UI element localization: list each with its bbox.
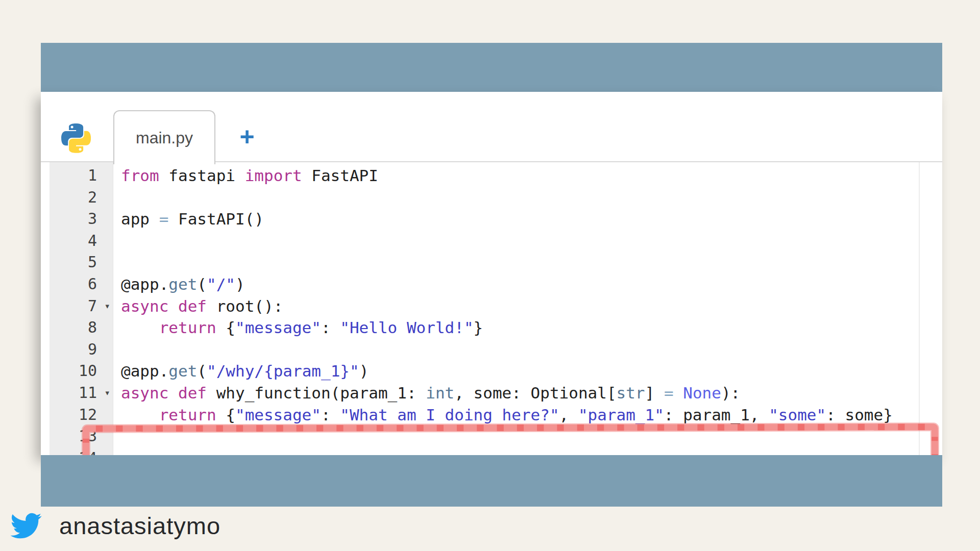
bottom-banner (41, 455, 942, 507)
twitter-bird-icon (7, 510, 45, 541)
chevron-down-icon[interactable]: ▾ (105, 301, 110, 311)
footer-credit: anastasiatymo (7, 510, 220, 541)
code-line[interactable] (113, 187, 942, 209)
code-line[interactable] (113, 230, 942, 252)
code-line[interactable] (113, 339, 942, 361)
tab-bar: main.py + (41, 92, 942, 162)
editor-window: main.py + 1234567▾891011▾121314 from fas… (41, 92, 942, 455)
line-number: 2 (50, 187, 113, 209)
line-number: 12 (50, 404, 113, 426)
line-number: 3 (50, 208, 113, 230)
tab-label: main.py (136, 129, 193, 147)
code-line[interactable] (113, 252, 942, 273)
code-pane[interactable]: from fastapi import FastAPIapp = FastAPI… (113, 162, 942, 455)
code-line[interactable]: @app.get("/") (113, 273, 942, 295)
code-line[interactable]: @app.get("/why/{param_1}") (113, 360, 942, 382)
code-line[interactable]: async def why_function(param_1: int, som… (113, 382, 942, 404)
line-number: 7▾ (50, 295, 113, 317)
line-number: 4 (50, 230, 113, 252)
code-line[interactable]: app = FastAPI() (113, 208, 942, 230)
new-tab-button[interactable]: + (231, 122, 263, 152)
editor-right-border (919, 162, 920, 455)
code-line[interactable] (113, 447, 942, 455)
plus-icon: + (239, 122, 254, 151)
code-line[interactable]: return {"message": "What am I doing here… (113, 404, 942, 426)
line-number: 10 (50, 360, 113, 382)
chevron-down-icon[interactable]: ▾ (105, 388, 110, 397)
line-number: 11▾ (50, 382, 113, 404)
tab-main-py[interactable]: main.py (113, 110, 215, 164)
line-number: 5 (50, 252, 113, 273)
line-number: 13 (50, 425, 113, 447)
twitter-handle: anastasiatymo (59, 512, 220, 540)
slide-canvas: main.py + 1234567▾891011▾121314 from fas… (0, 0, 980, 551)
line-number-gutter: 1234567▾891011▾121314 (50, 162, 113, 455)
code-line[interactable]: return {"message": "Hello World!"} (113, 317, 942, 339)
python-logo-icon (61, 123, 91, 153)
top-banner (41, 43, 942, 92)
code-editor[interactable]: 1234567▾891011▾121314 from fastapi impor… (41, 162, 942, 455)
line-number: 14 (50, 447, 113, 455)
line-number: 1 (50, 165, 113, 187)
code-line[interactable] (113, 425, 942, 447)
code-line[interactable]: async def root(): (113, 295, 942, 317)
line-number: 9 (50, 339, 113, 361)
line-number: 6 (50, 273, 113, 295)
line-number: 8 (50, 317, 113, 339)
code-line[interactable]: from fastapi import FastAPI (113, 165, 942, 187)
